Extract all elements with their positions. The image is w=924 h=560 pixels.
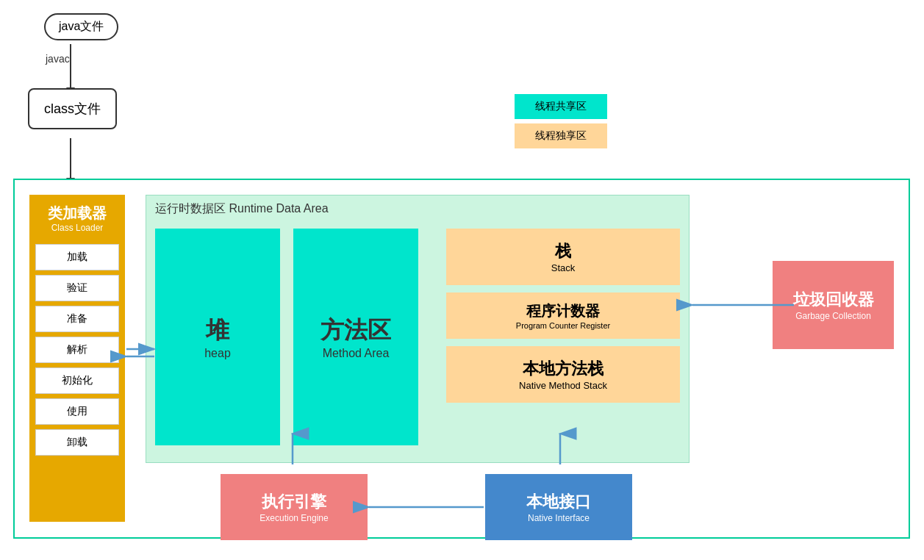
stack-box: 栈 Stack [446, 229, 680, 285]
gc-cn: 垃圾回收器 [793, 289, 874, 311]
method-en: Method Area [323, 347, 390, 360]
arrow-java-to-class [70, 44, 71, 88]
stack-cn: 栈 [458, 240, 668, 262]
execution-engine-box: 执行引擎 Execution Engine [221, 474, 368, 540]
exec-en: Execution Engine [259, 513, 328, 523]
heap-cn: 堆 [206, 315, 229, 347]
stack-section: 栈 Stack 程序计数器 Program Counter Register 本… [446, 229, 680, 403]
loader-item-prepare: 准备 [35, 306, 119, 332]
class-loader-subtitle: Class Loader [51, 223, 104, 233]
legend-shared: 线程共享区 [515, 94, 607, 119]
pc-cn: 程序计数器 [455, 301, 671, 321]
gc-en: Garbage Collection [795, 311, 871, 321]
class-loader-title: 类加载器 [48, 204, 107, 223]
javac-label: javac [46, 53, 70, 65]
loader-item-resolve: 解析 [35, 337, 119, 363]
runtime-title: 运行时数据区 Runtime Data Area [155, 201, 329, 217]
legend-private: 线程独享区 [515, 123, 607, 148]
pc-box: 程序计数器 Program Counter Register [446, 292, 680, 339]
exec-cn: 执行引擎 [262, 491, 326, 513]
java-file-box: java文件 [44, 13, 118, 40]
gc-box: 垃圾回收器 Garbage Collection [773, 261, 894, 349]
loader-item-verify: 验证 [35, 275, 119, 301]
runtime-area: 运行时数据区 Runtime Data Area 堆 heap 方法区 Meth… [146, 195, 690, 463]
class-file-label: class文件 [44, 101, 101, 116]
main-container: 类加载器 Class Loader 加载 验证 准备 解析 初始化 使用 卸载 … [13, 179, 910, 539]
java-file-label: java文件 [59, 20, 104, 32]
heap-box: 堆 heap [155, 229, 280, 445]
ni-cn: 本地接口 [526, 491, 591, 513]
heap-en: heap [204, 347, 231, 360]
method-cn: 方法区 [320, 315, 391, 347]
diagram-container: java文件 javac class文件 线程共享区 线程独享区 类加载器 Cl… [0, 0, 924, 560]
pc-en: Program Counter Register [455, 321, 671, 330]
method-area-box: 方法区 Method Area [293, 229, 418, 445]
arrow-class-to-main [70, 138, 71, 179]
loader-item-unload: 卸载 [35, 429, 119, 456]
class-loader-col: 类加载器 Class Loader 加载 验证 准备 解析 初始化 使用 卸载 [29, 195, 125, 522]
native-stack-en: Native Method Stack [458, 380, 668, 391]
ni-en: Native Interface [528, 513, 590, 523]
native-stack-box: 本地方法栈 Native Method Stack [446, 346, 680, 403]
loader-item-use: 使用 [35, 398, 119, 425]
loader-item-load: 加载 [35, 244, 119, 270]
class-file-box: class文件 [28, 88, 117, 129]
native-stack-cn: 本地方法栈 [458, 358, 668, 380]
native-interface-box: 本地接口 Native Interface [485, 474, 632, 540]
stack-en: Stack [458, 262, 668, 273]
loader-item-init: 初始化 [35, 367, 119, 394]
